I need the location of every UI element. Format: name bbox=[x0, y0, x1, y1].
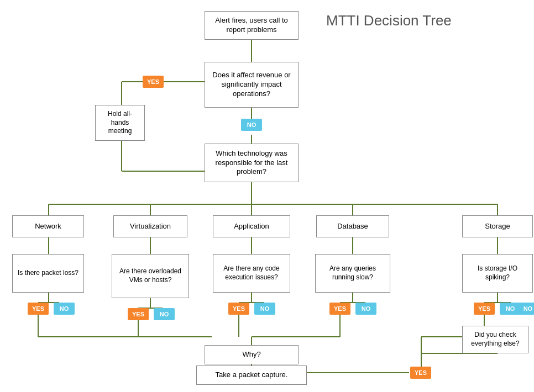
virtualization-node: Virtualization bbox=[113, 215, 187, 237]
app-yes-badge: YES bbox=[228, 303, 249, 315]
q-db-node: Are any queries running slow? bbox=[315, 254, 390, 293]
q1-yes-badge: YES bbox=[143, 76, 164, 88]
storage-node: Storage bbox=[462, 215, 533, 237]
db-no-badge: NO bbox=[355, 303, 376, 315]
capture-yes-badge: YES bbox=[410, 367, 431, 379]
q-storage-node: Is storage I/O spiking? bbox=[462, 254, 533, 293]
q1-node: Does it affect revenue or significantly … bbox=[205, 62, 299, 108]
q-app-node: Are there any code execution issues? bbox=[213, 254, 290, 293]
hold-node: Hold all- hands meeting bbox=[95, 105, 145, 141]
network-node: Network bbox=[12, 215, 84, 237]
db-yes-badge: YES bbox=[329, 303, 350, 315]
app-no-badge: NO bbox=[254, 303, 275, 315]
check-else-node: Did you check everything else? bbox=[462, 326, 528, 353]
q-network-node: Is there packet loss? bbox=[12, 254, 84, 293]
virt-yes-badge: YES bbox=[128, 308, 149, 320]
network-yes-badge: YES bbox=[28, 303, 49, 315]
q1-no-badge: NO bbox=[241, 119, 262, 131]
application-node: Application bbox=[213, 215, 290, 237]
network-no-badge: NO bbox=[54, 303, 75, 315]
q-virt-node: Are there overloaded VMs or hosts? bbox=[112, 254, 189, 298]
page-title: MTTI Decision Tree bbox=[326, 12, 452, 29]
database-node: Database bbox=[316, 215, 389, 237]
storage-no2-badge: NO bbox=[517, 303, 534, 315]
capture-node: Take a packet capture. bbox=[196, 365, 307, 385]
storage-yes-badge: YES bbox=[474, 303, 495, 315]
start-node: Alert fires, users call to report proble… bbox=[205, 11, 299, 40]
virt-no-badge: NO bbox=[154, 308, 175, 320]
q2-node: Which technology was responsible for the… bbox=[205, 144, 299, 182]
why-node: Why? bbox=[205, 345, 299, 364]
